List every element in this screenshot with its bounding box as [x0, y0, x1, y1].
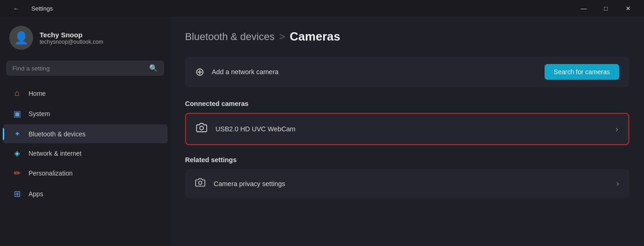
user-info: Techy Snoop techysnoop@outlook.com	[40, 31, 103, 45]
user-name: Techy Snoop	[40, 31, 103, 39]
camera-item-left: USB2.0 HD UVC WebCam	[196, 122, 296, 136]
privacy-camera-icon	[195, 177, 205, 190]
home-icon: ⌂	[12, 88, 22, 98]
sidebar-item-home[interactable]: ⌂ Home	[3, 83, 168, 103]
network-icon: ◈	[12, 149, 22, 158]
system-icon: ▣	[12, 109, 22, 119]
titlebar-controls: — □ ✕	[573, 1, 638, 16]
camera-item-usb2[interactable]: USB2.0 HD UVC WebCam ›	[185, 113, 629, 145]
bluetooth-icon: ✦	[12, 129, 22, 138]
chevron-right-icon: ›	[615, 124, 618, 134]
add-circle-icon: ⊕	[195, 65, 204, 78]
related-item-privacy[interactable]: Camera privacy settings ›	[185, 169, 629, 198]
search-cameras-button[interactable]: Search for cameras	[545, 64, 619, 80]
breadcrumb-current: Cameras	[290, 29, 340, 44]
add-camera-left: ⊕ Add a network camera	[195, 65, 278, 78]
personalization-icon: ✏	[12, 168, 22, 178]
sidebar-item-label: Apps	[29, 190, 43, 198]
avatar: 👤	[9, 26, 33, 50]
back-button[interactable]: ←	[6, 1, 27, 16]
search-box[interactable]: 🔍	[6, 61, 164, 76]
user-email: techysnoop@outlook.com	[40, 39, 103, 45]
sidebar-item-bluetooth[interactable]: ✦ Bluetooth & devices	[3, 124, 168, 143]
close-button[interactable]: ✕	[617, 1, 638, 16]
breadcrumb: Bluetooth & devices > Cameras	[185, 29, 629, 44]
search-input[interactable]	[12, 65, 145, 72]
titlebar-title: Settings	[31, 5, 53, 12]
camera-name: USB2.0 HD UVC WebCam	[215, 125, 296, 133]
main-layout: 👤 Techy Snoop techysnoop@outlook.com 🔍 ⌂…	[0, 17, 644, 246]
close-icon: ✕	[626, 5, 631, 12]
add-camera-row: ⊕ Add a network camera Search for camera…	[185, 57, 629, 87]
sidebar-item-apps[interactable]: ⊞ Apps	[3, 184, 168, 204]
sidebar-item-personalization[interactable]: ✏ Personalization	[3, 163, 168, 183]
search-icon: 🔍	[149, 64, 158, 72]
sidebar-item-label: Personalization	[29, 170, 73, 177]
sidebar-item-system[interactable]: ▣ System	[3, 104, 168, 124]
apps-icon: ⊞	[12, 189, 22, 199]
svg-point-1	[198, 181, 202, 184]
search-container: 🔍	[0, 57, 170, 83]
back-icon: ←	[13, 5, 19, 12]
content-area: Bluetooth & devices > Cameras ⊕ Add a ne…	[170, 17, 644, 246]
related-settings-title: Related settings	[185, 156, 629, 164]
add-camera-label: Add a network camera	[212, 68, 278, 76]
titlebar-left: ← Settings	[6, 1, 53, 16]
titlebar: ← Settings — □ ✕	[0, 0, 644, 17]
maximize-button[interactable]: □	[595, 1, 616, 16]
avatar-icon: 👤	[14, 31, 29, 45]
sidebar-item-label: Network & internet	[29, 150, 81, 157]
sidebar-item-network[interactable]: ◈ Network & internet	[3, 144, 168, 163]
sidebar: 👤 Techy Snoop techysnoop@outlook.com 🔍 ⌂…	[0, 17, 170, 246]
user-profile[interactable]: 👤 Techy Snoop techysnoop@outlook.com	[0, 17, 170, 57]
chevron-right-icon-related: ›	[616, 179, 619, 188]
sidebar-item-label: System	[29, 110, 50, 117]
connected-cameras-title: Connected cameras	[185, 100, 629, 107]
breadcrumb-separator: >	[279, 31, 285, 43]
svg-point-0	[200, 126, 203, 130]
camera-icon	[196, 122, 207, 136]
related-item-left: Camera privacy settings	[195, 177, 285, 190]
sidebar-item-label: Home	[29, 90, 46, 97]
related-label: Camera privacy settings	[214, 180, 285, 187]
maximize-icon: □	[604, 5, 608, 12]
minimize-icon: —	[581, 5, 587, 12]
minimize-button[interactable]: —	[573, 1, 594, 16]
sidebar-item-label: Bluetooth & devices	[29, 130, 86, 138]
breadcrumb-parent: Bluetooth & devices	[185, 31, 274, 43]
sidebar-nav: ⌂ Home ▣ System ✦ Bluetooth & devices ◈ …	[0, 83, 170, 205]
